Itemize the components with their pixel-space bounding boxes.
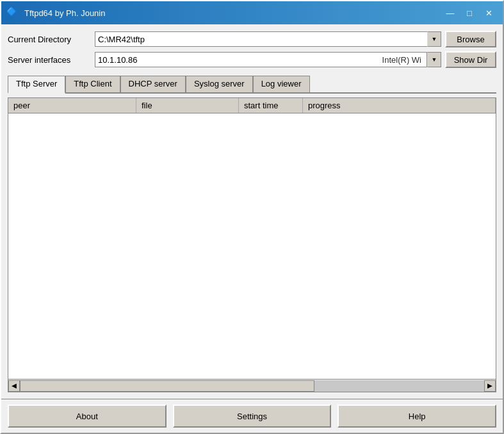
browse-button[interactable]: Browse xyxy=(445,31,496,47)
col-header-start-time: start time xyxy=(239,98,303,113)
horizontal-scrollbar[interactable]: ◄ ► xyxy=(8,379,496,392)
window-title: Tftpd64 by Ph. Jounin xyxy=(24,8,105,18)
app-icon: 🔷 xyxy=(6,6,19,19)
settings-button[interactable]: Settings xyxy=(173,405,332,428)
tab-tftp-server[interactable]: Tftp Server xyxy=(8,76,65,94)
main-window: 🔷 Tftpd64 by Ph. Jounin — □ ✕ Current Di… xyxy=(0,0,504,434)
col-header-peer: peer xyxy=(8,98,136,113)
title-bar: 🔷 Tftpd64 by Ph. Jounin — □ ✕ xyxy=(1,1,503,24)
current-directory-row: Current Directory C:\MR42\tftp ▼ Browse xyxy=(8,31,496,47)
chevron-right-icon: ► xyxy=(486,381,494,390)
scroll-thumb[interactable] xyxy=(20,380,314,392)
transfer-table: peer file start time progress ◄ ► xyxy=(8,97,496,392)
maximize-button[interactable]: □ xyxy=(460,6,478,20)
scroll-left-arrow[interactable]: ◄ xyxy=(8,380,20,392)
content-area: Current Directory C:\MR42\tftp ▼ Browse … xyxy=(1,24,503,399)
col-header-progress: progress xyxy=(303,98,496,113)
server-ip: 10.1.10.86 xyxy=(98,55,382,65)
col-header-file: file xyxy=(136,98,239,113)
tab-tftp-client[interactable]: Tftp Client xyxy=(65,76,120,92)
server-interfaces-row: Server interfaces 10.1.10.86 Intel(R) Wi… xyxy=(8,51,496,68)
help-button[interactable]: Help xyxy=(337,405,496,428)
chevron-down-icon: ▼ xyxy=(432,56,437,63)
server-interfaces-input-group: 10.1.10.86 Intel(R) Wi ▼ xyxy=(95,52,441,67)
tab-log-viewer[interactable]: Log viewer xyxy=(253,76,310,92)
server-interface-name: Intel(R) Wi xyxy=(382,55,421,65)
tab-dhcp-server[interactable]: DHCP server xyxy=(120,76,186,92)
table-header: peer file start time progress xyxy=(8,98,496,113)
server-interfaces-label: Server interfaces xyxy=(8,55,91,65)
about-button[interactable]: About xyxy=(8,405,167,428)
show-dir-button[interactable]: Show Dir xyxy=(445,51,496,68)
table-body xyxy=(8,113,496,379)
footer: About Settings Help xyxy=(1,399,503,433)
server-interfaces-dropdown-arrow[interactable]: ▼ xyxy=(427,52,441,67)
tab-syslog-server[interactable]: Syslog server xyxy=(186,76,253,92)
current-directory-value: C:\MR42\tftp xyxy=(98,35,425,44)
chevron-left-icon: ◄ xyxy=(10,381,19,390)
scroll-right-arrow[interactable]: ► xyxy=(484,380,496,392)
title-bar-controls: — □ ✕ xyxy=(441,6,498,20)
current-directory-input-group: C:\MR42\tftp ▼ xyxy=(95,31,441,47)
current-directory-dropdown-arrow[interactable]: ▼ xyxy=(427,31,441,47)
scroll-track[interactable] xyxy=(20,380,484,392)
current-directory-dropdown[interactable]: C:\MR42\tftp xyxy=(95,31,427,47)
tab-bar: Tftp Server Tftp Client DHCP server Sysl… xyxy=(8,74,496,94)
close-button[interactable]: ✕ xyxy=(480,6,498,20)
minimize-button[interactable]: — xyxy=(441,6,459,20)
current-directory-label: Current Directory xyxy=(8,35,91,44)
title-bar-left: 🔷 Tftpd64 by Ph. Jounin xyxy=(6,6,105,19)
server-interfaces-dropdown[interactable]: 10.1.10.86 Intel(R) Wi xyxy=(95,52,427,67)
chevron-down-icon: ▼ xyxy=(432,36,437,42)
